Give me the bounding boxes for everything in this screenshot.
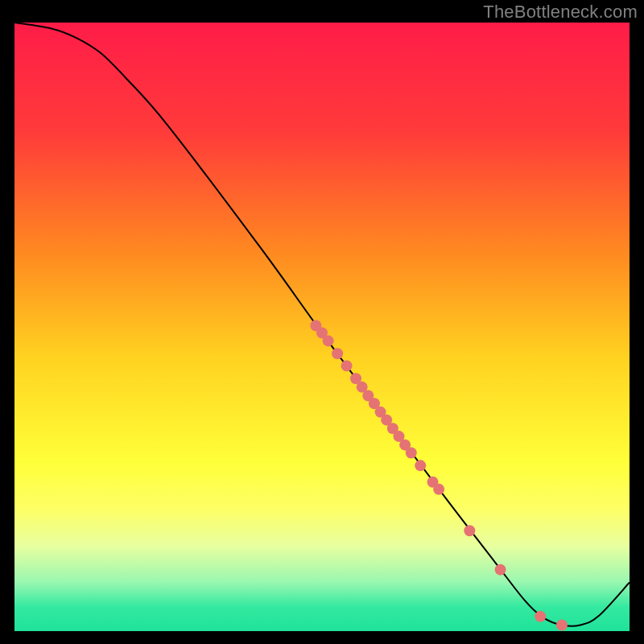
watermark-text: TheBottleneck.com [483, 2, 638, 23]
data-marker [495, 564, 506, 576]
data-marker [332, 348, 343, 359]
data-marker [323, 335, 334, 346]
data-marker [556, 619, 568, 630]
chart-svg [14, 23, 630, 631]
data-marker [406, 447, 417, 458]
data-marker [433, 484, 444, 495]
data-marker [341, 360, 353, 371]
data-marker [464, 525, 475, 536]
data-marker [415, 460, 426, 471]
plot-area [14, 23, 630, 631]
chart-frame: TheBottleneck.com [0, 0, 644, 644]
data-marker [535, 611, 546, 622]
gradient-rect [14, 23, 630, 631]
